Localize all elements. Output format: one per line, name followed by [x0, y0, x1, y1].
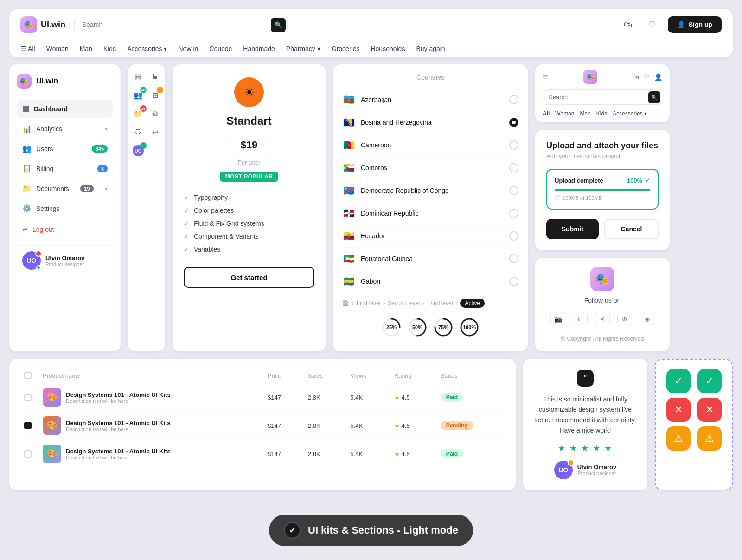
country-ecuador[interactable]: 🇪🇨 Ecuador — [342, 225, 518, 248]
follow-card: 🎭 Follow us on 📷 in ✕ ⊕ ◈ © Copyright | … — [535, 258, 670, 351]
country-comoros[interactable]: 🇰🇲 Comoros — [342, 157, 518, 179]
navbar-links: ☰ All Woman Man Kids Accessories ▾ New i… — [9, 40, 733, 57]
mini-link-man[interactable]: Man — [580, 110, 590, 117]
warning-button-2[interactable]: ⚠ — [697, 426, 722, 451]
main-search-button[interactable]: 🔍 — [271, 18, 286, 32]
row-checkbox-1[interactable] — [24, 394, 32, 401]
grid-icon-settings[interactable]: ⚙ — [148, 107, 161, 120]
mini-link-kids[interactable]: Kids — [596, 110, 607, 117]
nav-link-woman[interactable]: Woman — [46, 45, 69, 52]
nav-link-accessories[interactable]: Accessories ▾ — [127, 45, 167, 52]
breadcrumb-third[interactable]: Third level — [427, 300, 453, 306]
submit-button[interactable]: Submit — [546, 219, 599, 239]
radio-azerbaijan[interactable] — [509, 95, 518, 104]
close-button-1[interactable]: ✕ — [666, 398, 691, 422]
mini-search-button[interactable]: 🔍 — [648, 91, 660, 103]
radio-gabon[interactable] — [509, 277, 518, 286]
nav-link-newin[interactable]: New in — [179, 45, 198, 52]
twitter-x-icon[interactable]: ✕ — [595, 312, 610, 326]
radio-ecuador[interactable] — [509, 231, 518, 241]
sidebar-item-analytics[interactable]: 📊 Analytics ▾ — [17, 120, 113, 138]
warning-button-1[interactable]: ⚠ — [666, 426, 691, 451]
country-drc[interactable]: 🇨🇩 Democratic Republic of Congo — [342, 179, 518, 202]
check-button-1[interactable]: ✓ — [666, 369, 691, 393]
mini-user-icon[interactable]: 👤 — [654, 73, 662, 81]
country-bosnia[interactable]: 🇧🇦 Bosnia and Herzegovina — [342, 111, 518, 134]
get-started-button[interactable]: Get started — [184, 267, 314, 288]
logo[interactable]: 🎭 UI.win — [20, 16, 67, 33]
mini-link-accessories[interactable]: Accessories ▾ — [613, 110, 647, 117]
testimonial-card: " This is so minimalist and fully custom… — [523, 359, 647, 490]
icon-badge-folder: 16 — [140, 105, 147, 112]
nav-link-all[interactable]: ☰ All — [20, 45, 35, 52]
nav-link-handmade[interactable]: Handmade — [243, 45, 275, 52]
mini-navbar-card: ☰ 🎭 🛍 ♡ 👤 🔍 All Woman Man Kids — [535, 64, 670, 122]
radio-drc[interactable] — [509, 186, 518, 195]
mini-link-all[interactable]: All — [543, 110, 550, 117]
grid-icon-users[interactable]: 👥 645 — [132, 89, 145, 102]
sidebar-item-users[interactable]: 👥 Users 645 — [17, 140, 113, 158]
flag-comoros: 🇰🇲 — [342, 161, 355, 174]
file-icon: 📄 — [555, 195, 561, 201]
nav-link-buyagain[interactable]: Buy again — [416, 45, 445, 52]
sidebar-item-settings[interactable]: ⚙️ Settings — [17, 199, 113, 217]
row-checkbox-2[interactable] — [24, 422, 32, 429]
wishlist-icon[interactable]: ♡ — [644, 16, 660, 33]
logout-item[interactable]: ↩ Log out — [17, 221, 113, 238]
mini-search-input[interactable] — [543, 89, 662, 105]
breadcrumb-second[interactable]: Second level — [388, 300, 420, 306]
sidebar-item-documents[interactable]: 📁 Documents 19 ▾ — [17, 179, 113, 197]
nav-link-man[interactable]: Man — [80, 45, 92, 52]
check-icon: ✓ — [184, 194, 189, 201]
close-button-2[interactable]: ✕ — [697, 398, 722, 422]
mini-hamburger-icon[interactable]: ☰ — [543, 74, 548, 81]
cart-icon[interactable]: 🛍 — [620, 16, 636, 33]
nav-link-coupon[interactable]: Coupon — [209, 45, 232, 52]
logo-icon: 🎭 — [20, 16, 37, 33]
country-dominican[interactable]: 🇩🇴 Dominican Republic — [342, 202, 518, 225]
nav-link-pharmacy[interactable]: Pharmacy ▾ — [286, 45, 320, 52]
grid-icon-grid[interactable]: ⊞ — [148, 89, 161, 102]
billing-badge: 8 — [97, 165, 108, 172]
progress-100: 100% — [459, 317, 480, 337]
mini-cart-icon[interactable]: 🛍 — [633, 73, 639, 81]
views-2: 5.4K — [345, 412, 389, 440]
flag-drc: 🇨🇩 — [342, 184, 355, 197]
radio-bosnia[interactable] — [509, 118, 518, 127]
mini-heart-icon[interactable]: ♡ — [644, 73, 650, 81]
signup-button[interactable]: 👤 Sign up — [668, 16, 722, 33]
grid-icon-shield[interactable]: 🛡 — [132, 126, 145, 139]
grid-icon-folder[interactable]: 📁 16 — [132, 107, 145, 120]
country-eq-guinea[interactable]: 🇬🇶 Equatorial Guinea — [342, 248, 518, 270]
country-cameroon[interactable]: 🇨🇲 Cameroon — [342, 134, 518, 157]
mini-link-woman[interactable]: Woman — [555, 110, 574, 117]
grid-icon-dashboard[interactable]: ▦ — [132, 70, 145, 83]
grid-icon-logout[interactable]: ↩ — [148, 126, 161, 139]
feature-components: ✓ Component & Variants — [184, 230, 314, 243]
radio-comoros[interactable] — [509, 163, 518, 172]
radio-eq-guinea[interactable] — [509, 254, 518, 263]
check-icon: ✓ — [184, 246, 189, 253]
instagram-icon[interactable]: 📷 — [550, 312, 565, 326]
radio-cameroon[interactable] — [509, 140, 518, 150]
nav-link-households[interactable]: Households — [371, 45, 405, 52]
nav-link-kids[interactable]: Kids — [103, 45, 116, 52]
country-azerbaijan[interactable]: 🇦🇿 Azerbaijan — [342, 89, 518, 111]
check-button-2[interactable]: ✓ — [697, 369, 722, 393]
breadcrumb-first[interactable]: First level — [357, 300, 380, 306]
sidebar-item-dashboard[interactable]: ▦ Dashboard — [17, 100, 113, 118]
cancel-button[interactable]: Cancel — [604, 219, 659, 239]
dribbble-icon[interactable]: ⊕ — [617, 312, 632, 326]
table-select-all[interactable] — [24, 372, 32, 379]
country-gabon[interactable]: 🇬🇦 Gabon — [342, 270, 518, 293]
nav-link-groceries[interactable]: Groceries — [332, 45, 360, 52]
radio-dominican[interactable] — [509, 209, 518, 218]
linkedin-icon[interactable]: in — [573, 312, 588, 326]
main-search-input[interactable] — [74, 16, 288, 33]
figma-icon[interactable]: ◈ — [640, 312, 654, 326]
grid-icon-monitor[interactable]: 🖥 — [148, 70, 161, 83]
sidebar-item-billing[interactable]: 📋 Billing 8 — [17, 159, 113, 178]
row-checkbox-3[interactable] — [24, 450, 32, 458]
grid-icon-user-avatar[interactable]: UO — [132, 144, 145, 157]
stars-2: ★ — [394, 422, 400, 429]
